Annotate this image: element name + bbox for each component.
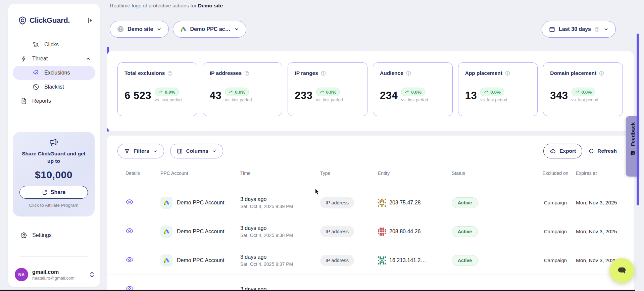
cloud-download-icon [550, 148, 556, 154]
settings-label: Settings [32, 232, 52, 238]
gear-icon [20, 232, 28, 239]
google-ads-icon [160, 226, 172, 238]
google-ads-icon [160, 254, 172, 266]
type-badge: IP address [320, 226, 354, 237]
promo-card: Share ClickGuard and get up to $10,000 S… [13, 132, 95, 216]
cursor-click-icon [32, 41, 40, 48]
chevron-down-icon [603, 27, 609, 32]
promo-text: Share ClickGuard and get up to [13, 150, 95, 164]
column-header-time: Time [240, 171, 320, 176]
promo-amount: $10,000 [13, 169, 95, 181]
stat-card-value: 13 [465, 90, 477, 102]
columns-label: Columns [186, 148, 208, 154]
entity-value: 16.213.141.2… [389, 257, 426, 263]
column-header-status: Status [452, 171, 535, 176]
filter-icon [124, 148, 130, 154]
filters-label: Filters [134, 148, 149, 154]
column-header-ppc-account: PPC Account [160, 171, 240, 176]
sidebar-item-reports[interactable]: Reports [13, 94, 95, 108]
stat-card-label: App placement [465, 70, 502, 76]
columns-button[interactable]: Columns [170, 144, 223, 158]
help-icon[interactable] [406, 70, 411, 76]
stat-delta-caption: vs. last period [155, 97, 182, 102]
page-scrollbar[interactable] [637, 34, 639, 205]
column-header-expires-at: Expires at [576, 171, 620, 176]
stat-delta-badge: 0.0% [572, 88, 596, 96]
chat-bubble-icon [616, 265, 628, 276]
chat-launcher-button[interactable] [609, 258, 634, 283]
affiliate-caption[interactable]: Click to Affiliate Program [13, 203, 95, 208]
ppc-account-selector[interactable]: Demo PPC ac… [173, 21, 246, 38]
refresh-button[interactable]: Refresh [588, 148, 617, 154]
stat-card-value: 234 [380, 90, 398, 102]
collapse-sidebar-icon[interactable] [86, 17, 93, 24]
chevron-down-icon [212, 149, 217, 154]
sidebar-item-label: Threat [32, 56, 48, 62]
sidebar-item-blacklist[interactable]: Blacklist [13, 80, 95, 94]
status-badge: Active [452, 255, 478, 266]
time-relative: 3 days ago [240, 196, 320, 202]
table-row: Demo PPC Account3 days agoSat, Oct 4, 20… [107, 188, 634, 217]
filters-button[interactable]: Filters [117, 144, 164, 158]
stat-delta-badge: 0.0% [401, 88, 425, 96]
stat-delta-caption: vs. last period [572, 97, 598, 102]
shield-logo-icon [18, 16, 27, 25]
stat-delta-badge: 0.0% [225, 88, 249, 96]
export-label: Export [559, 148, 576, 154]
stat-delta-badge: 0.0% [155, 88, 179, 96]
sidebar-item-label: Clicks [44, 42, 59, 48]
help-icon[interactable] [320, 70, 326, 76]
sidebar-item-settings[interactable]: Settings [13, 228, 95, 242]
chevron-up-down-icon [89, 271, 95, 278]
stat-delta-caption: vs. last period [316, 97, 343, 102]
view-details-eye-icon[interactable] [126, 199, 134, 205]
trend-up-icon [484, 90, 489, 94]
entity-identicon [378, 256, 386, 264]
help-icon[interactable] [599, 70, 604, 76]
sidebar-item-exclusions[interactable]: Exclusions [13, 66, 95, 80]
stats-panel: Total exclusions6 5230.0%vs. last period… [107, 51, 634, 131]
site-selector[interactable]: Demo site [110, 21, 169, 38]
ppc-account-selector-value: Demo PPC ac… [190, 26, 230, 32]
ban-icon [32, 83, 40, 91]
feedback-label: Feedback [630, 122, 636, 146]
chevron-down-icon [156, 27, 162, 32]
help-icon[interactable] [505, 70, 510, 76]
export-button[interactable]: Export [543, 144, 582, 158]
view-details-eye-icon[interactable] [126, 228, 134, 234]
entity-identicon [378, 228, 386, 236]
help-icon[interactable] [244, 70, 250, 76]
stat-card-value: 6 523 [125, 90, 151, 102]
sidebar-nav: ClicksThreatExclusionsBlacklistReports [13, 38, 95, 108]
sidebar-item-threat[interactable]: Threat [13, 52, 95, 66]
trend-up-icon [575, 90, 580, 94]
stat-delta-caption: vs. last period [225, 97, 252, 102]
table-row: 3 days ago [107, 275, 634, 291]
time-full: Sat, Oct 4, 2025 9:39 PM [240, 204, 320, 209]
column-header-entity: Entity [378, 171, 452, 176]
ppc-account-name: Demo PPC Account [177, 229, 224, 235]
sidebar-item-clicks[interactable]: Clicks [13, 38, 95, 52]
trend-up-icon [320, 90, 325, 94]
trend-up-icon [405, 90, 409, 94]
type-badge: IP address [320, 197, 354, 208]
google-ads-icon [180, 26, 187, 33]
external-link-icon [42, 190, 48, 195]
stat-delta-caption: vs. last period [480, 97, 507, 102]
excluded-on-value: Campaign [535, 229, 576, 234]
column-header-details: Details [126, 171, 160, 176]
table-row: Demo PPC Account3 days agoSat, Oct 4, 20… [107, 217, 634, 246]
date-range-selector[interactable]: Last 30 days [542, 21, 616, 38]
google-ads-icon [160, 197, 172, 209]
view-details-eye-icon[interactable] [126, 257, 134, 262]
table-row: Demo PPC Account3 days agoSat, Oct 4, 20… [107, 246, 634, 275]
help-icon[interactable] [167, 70, 173, 76]
user-email: naatali.ro@gmail.com [32, 276, 75, 281]
user-menu[interactable]: NA gmail.com naatali.ro@gmail.com [15, 266, 95, 283]
status-badge: Active [452, 197, 478, 208]
stat-card-value: 343 [550, 90, 568, 102]
trend-up-icon [229, 90, 233, 94]
stat-card-label: Domain placement [550, 70, 596, 76]
stat-card-value: 233 [295, 90, 312, 102]
share-button[interactable]: Share [19, 186, 88, 199]
